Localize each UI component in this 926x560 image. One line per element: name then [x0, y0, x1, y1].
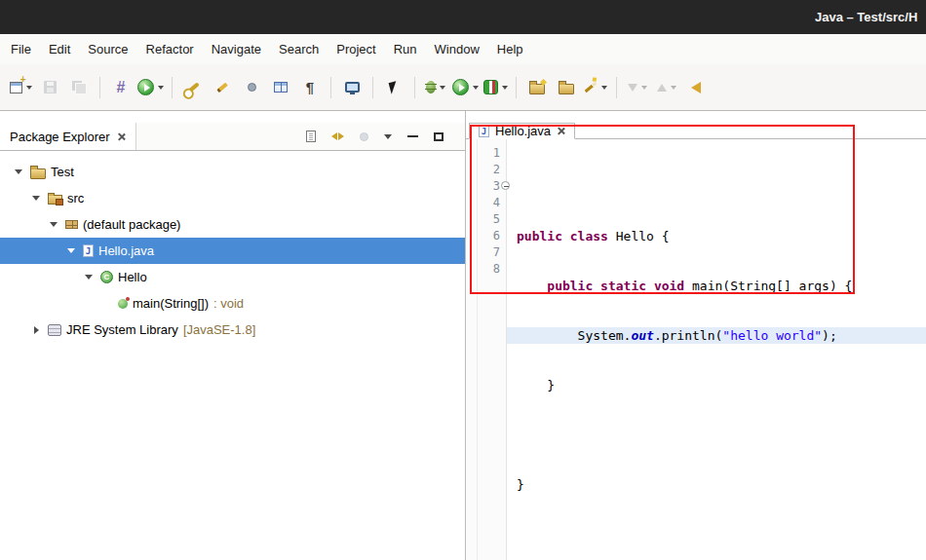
next-annotation-button[interactable]: [625, 74, 650, 101]
menu-window[interactable]: Window: [426, 42, 488, 56]
tree-item-test[interactable]: Test: [0, 159, 465, 185]
method-icon: [118, 299, 128, 309]
coverage-button[interactable]: [482, 74, 508, 101]
menu-source[interactable]: Source: [79, 42, 136, 56]
line-number: 7: [478, 244, 500, 261]
tree-item-suffix: : void: [213, 296, 244, 311]
tree-item-main-method[interactable]: main(String[]) : void: [0, 290, 465, 317]
expander-icon[interactable]: [12, 169, 25, 174]
menu-help[interactable]: Help: [488, 42, 532, 56]
arrow-down-icon: [628, 84, 637, 92]
show-whitespace-button[interactable]: [297, 74, 323, 101]
package-icon: [65, 220, 78, 229]
java-file-icon: [83, 244, 94, 257]
previous-annotation-button[interactable]: [654, 74, 679, 101]
tree-item-src[interactable]: src: [0, 185, 465, 211]
save-all-button[interactable]: [66, 74, 92, 101]
key-button[interactable]: [180, 74, 206, 101]
expander-icon[interactable]: [82, 275, 96, 280]
menu-refactor[interactable]: Refactor: [137, 42, 203, 56]
tree-item-label: Test: [51, 165, 74, 179]
highlighter-button[interactable]: [210, 74, 235, 101]
tree-item-hello-class[interactable]: Hello: [0, 264, 465, 290]
run-external-tools-button[interactable]: [137, 74, 164, 101]
back-button[interactable]: [683, 74, 709, 101]
expander-icon[interactable]: [29, 196, 43, 201]
package-explorer-tree: Test src (default package) Hello.java He: [0, 151, 465, 343]
console-monitor-icon: [345, 82, 360, 93]
minimize-icon[interactable]: [407, 135, 418, 137]
highlighter-icon: [216, 82, 228, 93]
debug-button[interactable]: [423, 74, 448, 101]
editor-area[interactable]: 1 2 3 4 5 6 7 8 public class Hello { pub…: [466, 139, 926, 560]
maximize-icon[interactable]: [434, 132, 444, 141]
arrow-up-icon: [657, 84, 667, 92]
pilcrow-icon: [306, 79, 314, 96]
package-explorer-tab[interactable]: Package Explorer: [0, 123, 136, 150]
code-token: main(String[] args) {: [684, 279, 852, 293]
link-with-editor-icon[interactable]: [331, 131, 344, 141]
code-content[interactable]: public class Hello { public static void …: [507, 139, 926, 560]
build-button[interactable]: [108, 74, 134, 101]
pointer-mode-button[interactable]: [381, 74, 406, 101]
code-token: "hello world": [722, 328, 822, 343]
chevron-down-icon[interactable]: [440, 86, 445, 90]
chevron-down-icon[interactable]: [641, 86, 647, 90]
table-view-button[interactable]: [268, 74, 293, 101]
menu-project[interactable]: Project: [328, 42, 384, 56]
tree-item-hello-java[interactable]: Hello.java: [0, 238, 465, 264]
close-icon[interactable]: [117, 132, 126, 141]
menu-file[interactable]: File: [2, 42, 40, 56]
folder-sparkle-icon: [529, 84, 545, 94]
tree-item-default-package[interactable]: (default package): [0, 211, 465, 238]
run-button[interactable]: [452, 74, 479, 101]
open-console-button[interactable]: [339, 74, 365, 101]
chevron-down-icon[interactable]: [671, 86, 676, 90]
close-icon[interactable]: [557, 127, 565, 135]
menu-edit[interactable]: Edit: [40, 42, 79, 56]
window-title: Java – Test/src/H: [815, 0, 917, 34]
chevron-down-icon[interactable]: [502, 86, 508, 90]
breakpoint-button[interactable]: [239, 74, 264, 101]
chevron-down-icon[interactable]: [26, 86, 32, 90]
code-token: out: [631, 328, 653, 343]
code-line: [517, 178, 926, 195]
view-toolbar: [306, 131, 465, 142]
save-button[interactable]: [37, 74, 62, 101]
tree-item-jre-library[interactable]: JRE System Library [JavaSE-1.8]: [0, 317, 465, 343]
menu-search[interactable]: Search: [270, 42, 328, 56]
expander-icon[interactable]: [64, 248, 78, 253]
new-wizard-folder-button[interactable]: [524, 74, 550, 101]
line-number-ruler[interactable]: 1 2 3 4 5 6 7 8: [478, 139, 507, 560]
code-line: public class Hello {: [517, 228, 926, 244]
collapse-all-icon[interactable]: [306, 131, 316, 142]
fold-collapse-icon[interactable]: [501, 181, 510, 190]
view-menu-icon[interactable]: [384, 134, 392, 139]
new-wizard-button[interactable]: [8, 74, 33, 101]
expander-icon[interactable]: [47, 222, 60, 227]
toolbar-separator: [414, 77, 415, 98]
toolbar-separator: [172, 77, 173, 98]
filters-icon[interactable]: [360, 132, 368, 141]
code-line: [517, 526, 926, 542]
code-token: public static void: [547, 279, 684, 293]
menu-navigate[interactable]: Navigate: [203, 42, 270, 56]
editor-tab-hello-java[interactable]: Hello.java: [469, 123, 575, 139]
save-icon: [44, 81, 57, 93]
toolbar-separator: [330, 77, 331, 98]
line-number: 4: [478, 195, 500, 211]
expander-icon[interactable]: [29, 326, 43, 334]
workbench-area: Package Explorer Test src: [0, 111, 926, 560]
chevron-down-icon[interactable]: [473, 86, 479, 90]
search-wand-button[interactable]: [583, 74, 608, 101]
code-token: }: [517, 378, 555, 392]
open-folder-button[interactable]: [554, 74, 579, 101]
annotation-ruler[interactable]: [466, 139, 478, 560]
code-token: .println(: [654, 328, 722, 343]
chevron-down-icon[interactable]: [158, 86, 164, 90]
toolbar-separator: [372, 77, 373, 98]
code-line: public static void main(String[] args) {: [517, 278, 926, 294]
menu-run[interactable]: Run: [385, 42, 426, 56]
toolbar-separator: [516, 77, 517, 98]
chevron-down-icon[interactable]: [601, 86, 607, 90]
